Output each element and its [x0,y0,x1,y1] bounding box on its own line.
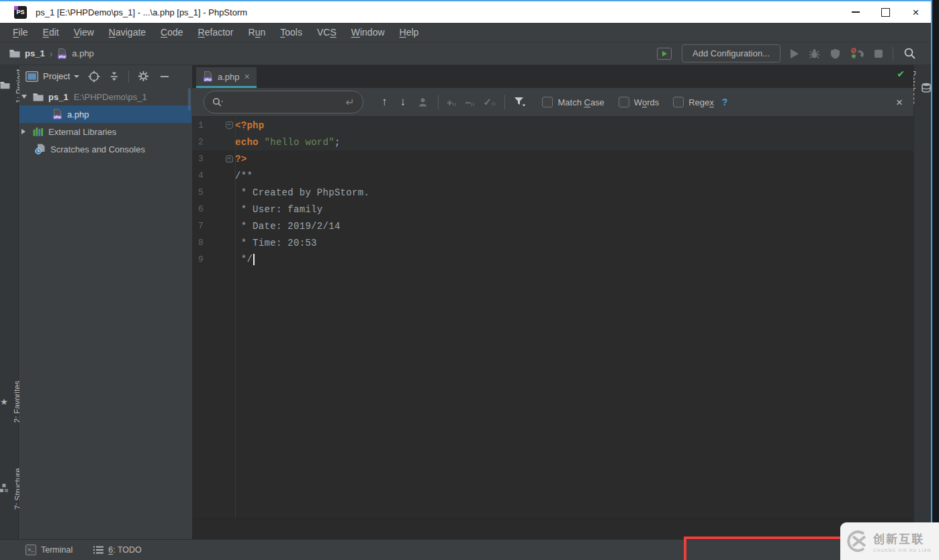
desktop-background [934,0,939,560]
line-number: 8 [192,238,223,248]
gear-icon[interactable] [138,71,149,82]
fold-marker-icon[interactable]: − [226,155,233,162]
menu-item-code[interactable]: Code [153,27,190,38]
terminal-label: Terminal [41,545,73,555]
search-everywhere-icon[interactable] [903,47,916,60]
expand-arrow-icon[interactable] [21,129,26,134]
tree-item-project-root[interactable]: ps_1 E:\PHPDemo\ps_1 [19,88,191,105]
previous-occurrence-icon[interactable]: ↑ [382,95,388,109]
menu-item-edit[interactable]: Edit [36,27,66,38]
locate-file-icon[interactable] [88,71,100,83]
breadcrumb-project[interactable]: ps_1 [25,48,45,58]
code-line[interactable]: 9 */ [192,251,913,268]
right-tool-stripe: Database [913,65,931,539]
next-occurrence-icon[interactable]: ↓ [400,95,406,109]
menu-item-window[interactable]: Window [344,27,392,38]
help-icon[interactable]: ? [722,97,728,107]
chevron-down-icon[interactable] [74,75,79,78]
inspection-ok-icon[interactable]: ✔ [897,68,905,79]
find-bar: ↵ ↑ ↓ +II −II ✓II Match CaseWordsRegex ?… [192,88,913,117]
menu-item-help[interactable]: Help [392,27,427,38]
menu-item-refactor[interactable]: Refactor [191,27,241,38]
hide-panel-icon[interactable] [160,72,169,81]
run-configurations-icon[interactable] [657,48,672,60]
editor-zone: php a.php × ↵ ↑ ↓ +II −II ✓II [192,65,913,539]
add-configuration-button[interactable]: Add Configuration... [682,44,780,62]
tool-window-button-structure[interactable]: 7: Structure [0,468,18,510]
code-text: * Date: 2019/2/14 [235,221,341,232]
search-icon[interactable] [212,97,224,107]
scrollbar-thumb[interactable] [188,88,191,111]
tab-close-icon[interactable]: × [244,72,250,81]
database-icon [922,83,931,93]
scratches-icon [35,144,46,154]
maximize-button[interactable] [870,1,901,23]
tree-item-a-php[interactable]: php a.php [19,105,191,123]
menu-item-navigate[interactable]: Navigate [101,27,153,38]
menu-item-run[interactable]: Run [241,27,273,38]
code-line[interactable]: 6 * User: family [192,201,913,218]
watermark-logo-icon [845,529,869,553]
find-input[interactable]: ↵ [204,91,363,113]
code-line[interactable]: 7 * Date: 2019/2/14 [192,218,913,234]
add-selection-icon: +II [447,97,457,108]
minimize-button[interactable] [840,1,870,23]
code-line[interactable]: 1−<?php [192,117,913,134]
tree-item-external-libraries[interactable]: External Libraries [19,123,191,140]
find-close-icon[interactable]: × [896,97,903,108]
code-text: ?> [235,154,247,165]
checkbox-words[interactable] [619,97,629,107]
code-line[interactable]: 3−?> [192,150,913,167]
tree-item-label: Scratches and Consoles [50,144,145,154]
code-line[interactable]: 5 * Created by PhpStorm. [192,184,913,201]
toolbar-separator [893,47,893,60]
menu-item-file[interactable]: File [5,27,36,38]
close-button[interactable]: × [901,1,931,23]
tool-window-button-database[interactable]: Database [914,71,931,105]
breadcrumb-file[interactable]: a.php [72,48,94,58]
svg-text:php: php [54,115,61,119]
menu-item-vcs[interactable]: VCS [310,27,344,38]
code-line[interactable]: 2echo "hello word"; [192,134,913,150]
code-editor[interactable]: 1−<?php2echo "hello word";3−?>4/**5 * Cr… [192,117,913,518]
menu-item-view[interactable]: View [66,27,101,38]
tree-item-label: a.php [67,109,89,120]
toggle-regex[interactable]: Regex [673,97,714,107]
checkbox-regex[interactable] [673,97,684,107]
tab-a-php[interactable]: php a.php × [196,67,257,88]
profiler-icon [850,48,864,59]
tool-window-button-todo[interactable]: 6: TODO [93,545,142,555]
tool-window-button-favorites[interactable]: ★2: Favorites [0,381,18,423]
run-icon [791,49,799,58]
left-tool-stripe: 1: Project★2: Favorites7: Structure [0,65,19,539]
tool-window-button-terminal[interactable]: >_ Terminal [26,545,73,555]
collapse-all-icon[interactable] [109,71,120,82]
panel-header-separator [128,71,129,83]
project-tree: ps_1 E:\PHPDemo\ps_1 php a.php External … [19,87,191,158]
svg-text:php: php [59,54,66,58]
find-in-selection-icon[interactable] [417,97,429,107]
enter-icon: ↵ [346,96,355,109]
menu-item-tools[interactable]: Tools [273,27,310,38]
toggle-words[interactable]: Words [619,97,659,107]
code-line[interactable]: 8 * Time: 20:53 [192,234,913,251]
select-all-occurrences-icon: ✓II [483,96,496,108]
breadcrumb-separator: › [50,48,53,59]
gutter-separator [235,117,236,518]
project-panel-title[interactable]: Project [43,71,70,81]
line-number: 1 [192,120,223,130]
collapse-arrow-icon[interactable] [21,95,27,99]
title-bar: PS ps_1 [E:\PHPDemo\ps_1] - ...\a.php [p… [0,0,931,23]
libraries-icon [33,127,44,136]
tree-item-scratches[interactable]: Scratches and Consoles [19,140,191,158]
checkbox-match-case[interactable] [542,97,553,107]
tab-label: a.php [218,72,240,82]
tool-window-button-project[interactable]: 1: Project [0,69,18,103]
filter-icon[interactable] [514,97,526,107]
menu-bar: FileEditViewNavigateCodeRefactorRunTools… [0,23,931,42]
window-title: ps_1 [E:\PHPDemo\ps_1] - ...\a.php [ps_1… [36,7,247,17]
fold-marker-icon[interactable]: − [226,122,233,129]
structure-icon [0,483,9,494]
toggle-match-case[interactable]: Match Case [542,97,604,107]
code-line[interactable]: 4/** [192,167,913,184]
